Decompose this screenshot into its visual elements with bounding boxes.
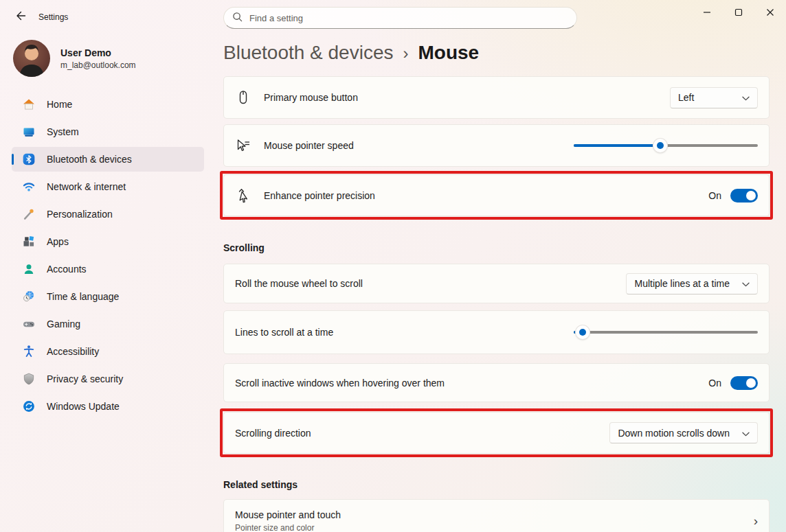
profile-name: User Demo: [60, 47, 136, 58]
search-icon: [232, 12, 243, 25]
scrolling-direction-dropdown[interactable]: Down motion scrolls down: [609, 422, 758, 443]
chevron-down-icon: [742, 428, 750, 439]
sidebar-item-label: Accounts: [47, 264, 87, 275]
section-header-related-settings: Related settings: [223, 479, 770, 490]
lines-scroll-slider[interactable]: [574, 325, 758, 340]
toggle-state-label: On: [708, 190, 721, 201]
sidebar-item-label: System: [47, 126, 79, 137]
chevron-right-icon: ›: [754, 513, 758, 529]
pointer-speed-slider[interactable]: [574, 138, 758, 153]
sidebar-item-accounts[interactable]: Accounts: [12, 257, 204, 281]
sidebar-item-label: Gaming: [47, 319, 80, 329]
sidebar-item-bluetooth-devices[interactable]: Bluetooth & devices: [12, 147, 204, 172]
sidebar-item-windows-update[interactable]: Windows Update: [12, 394, 204, 419]
main-content: Bluetooth & devices › Mouse Primary mous…: [223, 0, 770, 532]
setting-row-scroll-inactive-windows: Scroll inactive windows when hovering ov…: [223, 363, 770, 402]
setting-row-scrolling-direction: Scrolling direction Down motion scrolls …: [223, 412, 770, 454]
chevron-down-icon: [742, 92, 750, 103]
setting-label: Lines to scroll at a time: [235, 327, 333, 338]
highlight-box-enhance-pointer-precision: Enhance pointer precision On: [220, 171, 773, 220]
dropdown-value: Multiple lines at a time: [634, 278, 730, 289]
avatar: [13, 40, 50, 77]
pointer-speed-icon: [235, 137, 251, 154]
setting-row-primary-mouse-button: Primary mouse button Left: [223, 76, 770, 119]
setting-label: Scrolling direction: [235, 428, 311, 439]
sidebar-item-privacy-security[interactable]: Privacy & security: [12, 367, 204, 391]
setting-label: Primary mouse button: [264, 92, 358, 103]
sidebar-item-label: Accessibility: [47, 346, 99, 357]
breadcrumb-separator: ›: [403, 44, 409, 63]
wheel-scroll-dropdown[interactable]: Multiple lines at a time: [626, 273, 758, 294]
sidebar-item-accessibility[interactable]: Accessibility: [12, 339, 204, 364]
slider-track[interactable]: [574, 331, 758, 334]
accessibility-icon: [22, 345, 36, 358]
setting-label: Roll the mouse wheel to scroll: [235, 278, 363, 289]
settings-window: Settings User Demo: [0, 0, 786, 532]
dropdown-value: Left: [678, 92, 694, 103]
home-icon: [22, 97, 36, 111]
section-header-scrolling: Scrolling: [223, 242, 770, 253]
setting-row-enhance-pointer-precision: Enhance pointer precision On: [223, 174, 770, 216]
sidebar-item-label: Apps: [47, 236, 69, 247]
highlight-box-scrolling-direction: Scrolling direction Down motion scrolls …: [220, 408, 773, 457]
search-input[interactable]: [249, 13, 568, 23]
page-title: Mouse: [418, 42, 480, 64]
setting-label: Mouse pointer speed: [264, 140, 354, 151]
profile-card[interactable]: User Demo m_lab@outlook.com: [13, 40, 204, 77]
primary-button-dropdown[interactable]: Left: [670, 87, 758, 108]
apps-icon: [22, 235, 36, 248]
toggle-knob: [746, 378, 756, 388]
setting-label: Scroll inactive windows when hovering ov…: [235, 378, 445, 389]
sidebar-item-personalization[interactable]: Personalization: [12, 202, 204, 227]
sidebar: User Demo m_lab@outlook.com Home System …: [0, 32, 214, 532]
slider-handle[interactable]: [653, 139, 667, 152]
sidebar-item-label: Bluetooth & devices: [47, 154, 132, 165]
setting-label: Enhance pointer precision: [264, 190, 375, 201]
mouse-icon: [235, 89, 251, 106]
sidebar-item-label: Home: [47, 99, 72, 110]
enhance-precision-toggle[interactable]: [730, 189, 758, 203]
sidebar-item-network-internet[interactable]: Network & internet: [12, 174, 204, 199]
pointer-precision-icon: [235, 187, 251, 204]
setting-row-mouse-pointer-and-touch[interactable]: Mouse pointer and touch Pointer size and…: [223, 499, 770, 532]
bluetooth-icon: [22, 152, 36, 166]
accounts-icon: [22, 262, 36, 276]
setting-row-mouse-pointer-speed: Mouse pointer speed: [223, 124, 770, 167]
slider-fill: [574, 144, 660, 147]
chevron-down-icon: [742, 278, 750, 289]
window-title: Settings: [38, 12, 68, 22]
time-language-icon: [22, 290, 36, 303]
sidebar-item-system[interactable]: System: [12, 119, 204, 144]
gaming-icon: [22, 317, 36, 331]
setting-row-lines-to-scroll: Lines to scroll at a time: [223, 310, 770, 354]
back-arrow-icon: [14, 10, 27, 25]
setting-row-wheel-scroll: Roll the mouse wheel to scroll Multiple …: [223, 264, 770, 303]
sidebar-item-home[interactable]: Home: [12, 92, 204, 117]
toggle-knob: [746, 191, 756, 200]
sidebar-item-label: Windows Update: [47, 401, 120, 412]
slider-fill: [574, 331, 583, 334]
setting-label: Mouse pointer and touch: [235, 509, 341, 520]
network-icon: [22, 180, 36, 194]
back-button[interactable]: [10, 8, 32, 26]
dropdown-value: Down motion scrolls down: [618, 428, 730, 439]
sidebar-item-apps[interactable]: Apps: [12, 229, 204, 254]
sidebar-item-label: Privacy & security: [47, 373, 123, 384]
privacy-security-icon: [22, 372, 36, 386]
toggle-state-label: On: [708, 378, 721, 389]
breadcrumb-parent-link[interactable]: Bluetooth & devices: [223, 42, 394, 64]
sidebar-item-label: Time & language: [47, 291, 119, 302]
sidebar-item-label: Network & internet: [47, 181, 126, 192]
breadcrumb: Bluetooth & devices › Mouse: [223, 42, 770, 64]
profile-email: m_lab@outlook.com: [60, 60, 136, 70]
system-icon: [22, 125, 36, 139]
windows-update-icon: [22, 400, 36, 413]
personalization-icon: [22, 207, 36, 221]
sidebar-item-gaming[interactable]: Gaming: [12, 312, 204, 336]
sidebar-item-time-language[interactable]: Time & language: [12, 284, 204, 309]
scroll-inactive-toggle[interactable]: [730, 376, 758, 390]
search-box[interactable]: [223, 7, 577, 29]
slider-handle[interactable]: [576, 325, 590, 339]
setting-subtitle: Pointer size and color: [235, 523, 341, 532]
sidebar-nav: Home System Bluetooth & devices Network …: [12, 92, 204, 419]
